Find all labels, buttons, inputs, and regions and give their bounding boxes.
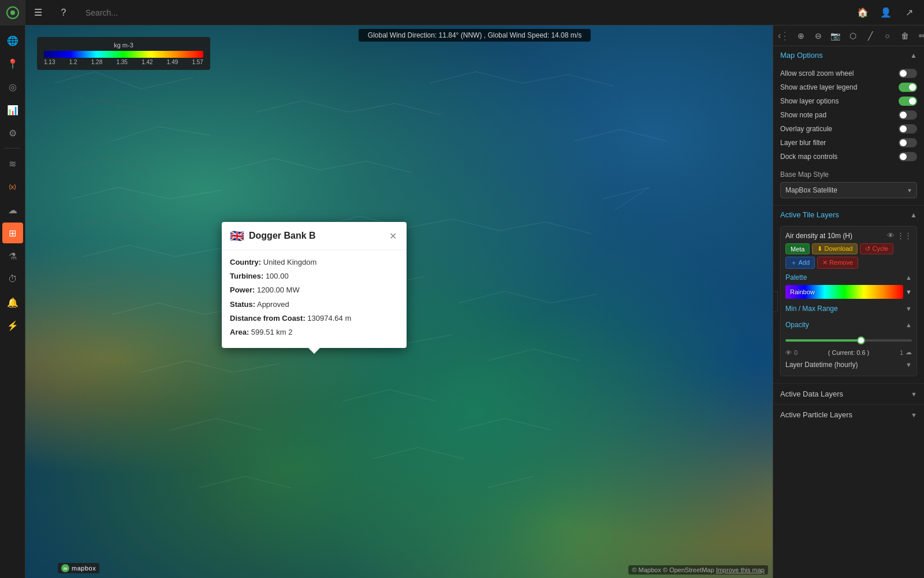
palette-dropdown-icon: ▼ xyxy=(906,288,912,295)
btn-add[interactable]: ＋ Add xyxy=(785,257,815,269)
opacity-row[interactable]: Opacity ▲ xyxy=(785,318,912,331)
search-input[interactable] xyxy=(76,0,852,25)
sidebar-item-location[interactable]: 📍 xyxy=(2,53,23,74)
map-options-content: Allow scroll zoom wheel Show active laye… xyxy=(773,64,924,168)
sidebar-item-timer[interactable]: ⏱ xyxy=(2,269,23,290)
base-map-select[interactable]: MapBox Satellite MapBox Streets MapBox T… xyxy=(780,182,917,198)
popup-header: 🇬🇧 Dogger Bank B ✕ xyxy=(222,222,407,250)
tool-zoom-in[interactable]: ⊕ xyxy=(793,28,809,44)
tool-zoom-out[interactable]: ⊖ xyxy=(810,28,826,44)
global-info-bar: Global Wind Direction: 11.84° (NNW) , Gl… xyxy=(359,29,591,42)
option-note-pad-label: Show note pad xyxy=(780,111,826,119)
toggle-dock-controls[interactable] xyxy=(899,152,917,161)
tool-polygon[interactable]: ⬡ xyxy=(845,28,861,44)
right-panel: ‹ ‹ ⋮⋮ ⊕ ⊖ 📷 ⬡ ╱ ○ 🗑 ✏ Map Options ▲ All… xyxy=(773,25,924,578)
palette-section: Palette ▲ Rainbow ▼ xyxy=(785,273,912,299)
tool-circle[interactable]: ○ xyxy=(880,28,896,44)
sidebar-item-variables[interactable]: ⟨x⟩ xyxy=(2,176,23,197)
tile-layers-chevron: ▲ xyxy=(910,211,917,219)
datetime-chevron: ▼ xyxy=(906,361,912,368)
toggle-layer-legend[interactable] xyxy=(899,83,917,92)
map-legend: kg m-3 1.13 1.2 1.28 1.35 1.42 1.49 1.57 xyxy=(37,37,210,70)
layer-visibility-icon[interactable]: 👁 xyxy=(887,231,895,240)
btn-remove[interactable]: ✕ Remove xyxy=(817,257,858,269)
option-scroll-zoom-label: Allow scroll zoom wheel xyxy=(780,69,854,77)
tool-edit[interactable]: ✏ xyxy=(914,28,925,44)
panel-collapse-arrow[interactable]: ‹ xyxy=(778,31,781,41)
palette-selector[interactable]: Rainbow ▼ xyxy=(785,285,912,299)
legend-label-6: 1.57 xyxy=(192,59,203,65)
layer-more-icon[interactable]: ⋮⋮ xyxy=(897,231,912,240)
toggle-scroll-zoom[interactable] xyxy=(899,69,917,78)
toggle-blur-filter[interactable] xyxy=(899,138,917,147)
legend-title: kg m-3 xyxy=(44,42,203,49)
panel-collapse-button[interactable]: ‹ xyxy=(773,291,778,312)
opacity-max-val: 1 xyxy=(900,349,903,356)
toggle-layer-options[interactable] xyxy=(899,97,917,106)
opacity-slider[interactable] xyxy=(785,335,912,346)
tile-layers-content: Air density at 10m (H) 👁 ⋮⋮ Meta ⬇ Downl… xyxy=(773,224,924,381)
map-options-chevron: ▲ xyxy=(910,51,917,60)
sidebar-item-layers2[interactable]: ≋ xyxy=(2,153,23,174)
palette-name: Rainbow xyxy=(790,288,815,295)
bottom-sections: Active Data Layers ▼ Active Particle Lay… xyxy=(773,381,924,427)
range-section: Min / Max Range ▼ xyxy=(785,302,912,315)
popup-row-status: Status: Approved xyxy=(230,299,398,310)
menu-button[interactable]: ☰ xyxy=(25,0,51,25)
layer-card-icons: 👁 ⋮⋮ xyxy=(887,231,912,240)
legend-labels: 1.13 1.2 1.28 1.35 1.42 1.49 1.57 xyxy=(44,59,203,65)
sidebar-item-alerts[interactable]: 🔔 xyxy=(2,292,23,313)
btn-meta[interactable]: Meta xyxy=(785,243,810,254)
sidebar-item-analysis[interactable]: ⚗ xyxy=(2,246,23,266)
popup-flag: 🇬🇧 xyxy=(230,229,244,243)
option-layer-legend: Show active layer legend xyxy=(780,80,917,94)
profile-button[interactable]: 👤 xyxy=(875,2,896,23)
help-button[interactable]: ? xyxy=(51,0,76,25)
sidebar: 🌐 📍 ◎ 📊 ⚙ ≋ ⟨x⟩ ☁ ⊞ ⚗ ⏱ 🔔 ⚡ xyxy=(0,25,25,578)
option-layer-options: Show layer options xyxy=(780,94,917,108)
tool-camera[interactable]: 📷 xyxy=(828,28,844,44)
btn-cycle[interactable]: ↺ Cycle xyxy=(860,243,893,254)
improve-map-link[interactable]: Improve this map xyxy=(716,566,765,573)
active-tile-layers-header[interactable]: Active Tile Layers ▲ xyxy=(773,205,924,224)
popup-row-turbines: Turbines: 100.00 xyxy=(230,271,398,281)
palette-color-bar: Rainbow xyxy=(785,285,903,299)
legend-label-3: 1.35 xyxy=(116,59,127,65)
option-note-pad: Show note pad xyxy=(780,108,917,122)
toggle-graticule[interactable] xyxy=(899,124,917,134)
tool-delete[interactable]: 🗑 xyxy=(897,28,913,44)
datetime-row[interactable]: Layer Datetime (hourly) ▼ xyxy=(785,356,912,371)
sidebar-item-layers[interactable]: ◎ xyxy=(2,76,23,97)
opacity-label: Opacity xyxy=(785,321,809,329)
map-options-header[interactable]: Map Options ▲ xyxy=(773,46,924,64)
slider-thumb[interactable] xyxy=(857,336,865,344)
popup-close-button[interactable]: ✕ xyxy=(387,230,398,242)
tool-line[interactable]: ╱ xyxy=(862,28,878,44)
popup-row-country: Country: United Kingdom xyxy=(230,257,398,268)
home-button[interactable]: 🏠 xyxy=(852,2,873,23)
opacity-labels: 👁 0 ( Current: 0.6 ) 1 ☁ xyxy=(785,349,912,356)
sidebar-item-weather[interactable]: ☁ xyxy=(2,199,23,220)
sidebar-item-charts[interactable]: 📊 xyxy=(2,99,23,120)
layer-card-title: Air density at 10m (H) xyxy=(785,232,852,240)
mapbox-wordmark: m mapbox xyxy=(58,563,99,573)
sidebar-divider-1 xyxy=(5,148,21,149)
toggle-note-pad[interactable] xyxy=(899,110,917,120)
legend-label-2: 1.28 xyxy=(91,59,102,65)
opacity-current-val: ( Current: 0.6 ) xyxy=(828,349,870,356)
sidebar-item-grid[interactable]: ⊞ xyxy=(2,223,23,243)
option-scroll-zoom: Allow scroll zoom wheel xyxy=(780,66,917,80)
btn-download[interactable]: ⬇ Download xyxy=(812,243,858,254)
active-particle-layers-row[interactable]: Active Particle Layers ▼ xyxy=(773,404,924,425)
mapbox-text: mapbox xyxy=(72,565,96,572)
sidebar-item-energy[interactable]: ⚡ xyxy=(2,315,23,336)
topbar: ☰ ? 🏠 👤 ↗ xyxy=(0,0,924,25)
active-data-layers-chevron: ▼ xyxy=(911,391,917,398)
sidebar-item-globe[interactable]: 🌐 xyxy=(2,30,23,51)
share-button[interactable]: ↗ xyxy=(899,2,919,23)
palette-label: Palette xyxy=(785,273,807,281)
panel-toolbar: ‹ ⋮⋮ ⊕ ⊖ 📷 ⬡ ╱ ○ 🗑 ✏ xyxy=(773,25,924,46)
min-max-row[interactable]: Min / Max Range ▼ xyxy=(785,302,912,315)
sidebar-item-settings[interactable]: ⚙ xyxy=(2,123,23,143)
active-data-layers-row[interactable]: Active Data Layers ▼ xyxy=(773,383,924,404)
